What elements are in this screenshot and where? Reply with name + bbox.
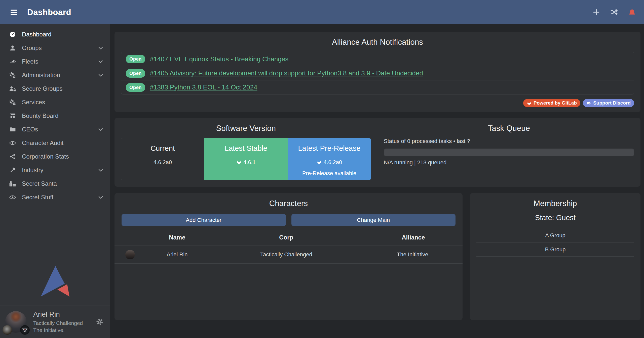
sidebar-item-character-audit[interactable]: Character Audit	[0, 136, 110, 150]
user-corp: Tactically Challenged	[33, 320, 96, 327]
task-queue-counts: N/A running | 213 queued	[384, 159, 634, 166]
characters-panel: Characters Add Character Change Main Nam…	[115, 193, 463, 320]
list-item: A Group	[476, 228, 634, 243]
prerelease-version: 4.6.2a0	[288, 159, 371, 166]
sidebar-item-services[interactable]: Services	[0, 95, 110, 109]
top-navbar: Dashboard	[0, 0, 644, 24]
store-icon	[9, 112, 17, 119]
sidebar-item-secret-santa[interactable]: Secret Santa	[0, 177, 110, 190]
table-row: Ariel Rin Tactically Challenged The Init…	[115, 246, 463, 264]
membership-groups: A Group B Group	[476, 228, 634, 257]
user-name: Ariel Rin	[33, 310, 96, 318]
sidebar-item-ceos[interactable]: CEOs	[0, 123, 110, 136]
list-item: B Group	[476, 243, 634, 257]
user-info: Ariel Rin Tactically Challenged The Init…	[33, 310, 96, 333]
change-main-button[interactable]: Change Main	[291, 214, 456, 226]
corp-logo-badge	[3, 325, 12, 335]
characters-table-header: Name Corp Alliance	[115, 231, 463, 246]
external-badges: Powered by GitLab Support Discord	[115, 99, 634, 107]
chevron-down-icon	[98, 45, 104, 51]
sidebar-item-dashboard[interactable]: Dashboard	[0, 28, 110, 41]
chevron-down-icon	[98, 167, 104, 173]
name-column-header: Name	[146, 231, 208, 246]
support-discord-badge[interactable]: Support Discord	[583, 99, 634, 107]
characters-table: Name Corp Alliance Ariel Rin Tactically …	[115, 231, 463, 264]
hammer-icon	[9, 167, 17, 174]
gears-icon	[9, 72, 17, 79]
chevron-down-icon	[98, 72, 104, 78]
corp-column-header: Corp	[208, 231, 364, 246]
notifications-panel: Alliance Auth Notifications Open #1407 E…	[115, 32, 640, 112]
membership-state: State: Guest	[470, 214, 640, 222]
software-taskqueue-panel: Software Version Current 4.6.2a0 Latest …	[115, 118, 640, 187]
user-avatar[interactable]	[5, 311, 27, 333]
version-table: Current 4.6.2a0 Latest Stable 4.6.1 Late…	[121, 138, 371, 180]
status-badge: Open	[126, 83, 145, 92]
notification-link[interactable]: #1383 Python 3.8 EOL - 14 Oct 2024	[150, 83, 257, 91]
bottom-row: Characters Add Character Change Main Nam…	[115, 193, 640, 320]
portrait-column-header	[115, 231, 146, 246]
sidebar-item-secure-groups[interactable]: Secure Groups	[0, 82, 110, 95]
user-icon	[9, 44, 17, 52]
user-panel: Ariel Rin Tactically Challenged The Init…	[0, 306, 110, 338]
chevron-down-icon	[98, 59, 104, 65]
shuttle-icon	[9, 58, 17, 65]
alliance-column-header: Alliance	[364, 231, 463, 246]
folder-icon	[9, 126, 17, 133]
alliance-logo-badge	[20, 325, 30, 335]
current-version: 4.6.2a0	[121, 159, 204, 166]
user-alliance: The Initiative.	[33, 327, 96, 334]
gitlab-tanuki-icon	[527, 101, 532, 106]
share-icon	[9, 153, 17, 160]
sidebar-item-bounty-board[interactable]: Bounty Board	[0, 109, 110, 123]
gifts-icon	[9, 180, 17, 187]
characters-title: Characters	[115, 193, 463, 208]
alliance-auth-logo	[41, 266, 69, 297]
membership-title: Membership	[470, 193, 640, 208]
sidebar-item-groups[interactable]: Groups	[0, 41, 110, 55]
add-icon[interactable]	[592, 8, 600, 16]
task-queue-progressbar	[384, 149, 634, 156]
notification-link[interactable]: #1405 Advisory: Future development will …	[150, 69, 423, 77]
sidebar-item-secret-stuff[interactable]: Secret Stuff	[0, 190, 110, 204]
sidebar-item-fleets[interactable]: Fleets	[0, 55, 110, 68]
page-title: Dashboard	[27, 8, 71, 17]
notification-link[interactable]: #1407 EVE Equinox Status - Breaking Chan…	[150, 55, 289, 63]
notification-item: Open #1405 Advisory: Future development …	[121, 66, 634, 80]
discord-icon	[586, 101, 591, 106]
gitlab-tanuki-icon	[236, 160, 242, 165]
settings-gear-icon[interactable]	[96, 318, 104, 326]
task-queue-status: Status of 0 processed tasks • last ?	[384, 138, 634, 144]
version-cell-stable: Latest Stable 4.6.1	[204, 138, 288, 180]
chevron-down-icon	[98, 126, 104, 132]
add-character-button[interactable]: Add Character	[122, 214, 286, 226]
notifications-title: Alliance Auth Notifications	[115, 32, 640, 47]
status-badge: Open	[126, 55, 145, 63]
membership-panel: Membership State: Guest A Group B Group	[470, 193, 640, 320]
hamburger-menu-icon[interactable]	[10, 8, 18, 17]
task-queue-section: Task Queue Status of 0 processed tasks •…	[377, 118, 640, 187]
eye-icon	[9, 194, 17, 201]
task-queue-title: Task Queue	[384, 118, 634, 133]
character-portrait	[125, 250, 135, 259]
character-actions: Add Character Change Main	[122, 214, 456, 226]
user-lock-icon	[9, 85, 17, 92]
notification-item: Open #1407 EVE Equinox Status - Breaking…	[121, 52, 634, 66]
main-content: Alliance Auth Notifications Open #1407 E…	[110, 24, 644, 338]
sidebar: Dashboard Groups Fleets Administration	[0, 24, 110, 338]
stable-version: 4.6.1	[204, 159, 288, 166]
gears-icon	[9, 99, 17, 106]
powered-by-gitlab-badge[interactable]: Powered by GitLab	[523, 99, 580, 107]
sidebar-item-administration[interactable]: Administration	[0, 68, 110, 82]
sidebar-item-corporation-stats[interactable]: Corporation Stats	[0, 150, 110, 163]
version-cell-prerelease: Latest Pre-Release 4.6.2a0 Pre-Release a…	[288, 138, 371, 180]
software-version-title: Software Version	[121, 118, 371, 133]
notification-bell-icon[interactable]	[628, 8, 636, 16]
sidebar-item-industry[interactable]: Industry	[0, 163, 110, 177]
chevron-down-icon	[98, 194, 104, 200]
character-corp: Tactically Challenged	[208, 246, 364, 264]
character-alliance: The Initiative.	[364, 246, 463, 264]
shuffle-icon[interactable]	[610, 8, 618, 16]
gitlab-tanuki-icon	[317, 160, 322, 165]
notifications-list: Open #1407 EVE Equinox Status - Breaking…	[121, 52, 634, 94]
